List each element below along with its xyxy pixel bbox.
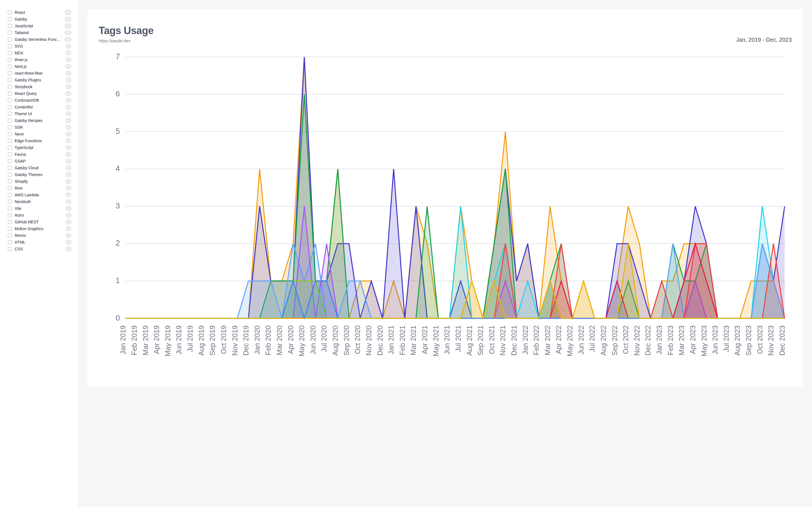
checkbox-icon[interactable]: [8, 139, 12, 143]
checkbox-icon[interactable]: [8, 98, 12, 102]
svg-text:Dec 2019: Dec 2019: [242, 325, 250, 355]
svg-text:May 2020: May 2020: [298, 325, 306, 356]
checkbox-icon[interactable]: [8, 119, 12, 122]
tag-item[interactable]: Shopify3: [8, 178, 71, 185]
tag-item[interactable]: Gatsby68: [8, 16, 71, 22]
tag-item[interactable]: three.js9: [8, 56, 71, 63]
tag-item[interactable]: Gatsby Recipes4: [8, 117, 71, 124]
tag-item[interactable]: react-three-fiber8: [8, 70, 71, 76]
svg-text:May 2022: May 2022: [566, 325, 574, 356]
tag-label: Rive: [15, 186, 63, 190]
tag-count-badge: 3: [66, 165, 71, 170]
tag-item[interactable]: CockroachDB6: [8, 97, 71, 104]
tag-item[interactable]: Edge Functions4: [8, 137, 71, 144]
tag-item[interactable]: Theme UI5: [8, 110, 71, 117]
checkbox-icon[interactable]: [8, 166, 12, 170]
tag-item[interactable]: Rive3: [8, 185, 71, 191]
tag-label: Gatsby Themes: [15, 172, 63, 177]
checkbox-icon[interactable]: [8, 24, 12, 28]
checkbox-icon[interactable]: [8, 179, 12, 183]
tag-item[interactable]: HTML2: [8, 239, 71, 245]
tag-item[interactable]: Storybook7: [8, 83, 71, 90]
tag-label: Gatsby Cloud: [15, 166, 63, 170]
svg-text:Oct 2022: Oct 2022: [622, 325, 629, 354]
tag-count-badge: 6: [66, 98, 71, 103]
checkbox-icon[interactable]: [8, 51, 12, 55]
tag-item[interactable]: Gatsby Themes3: [8, 171, 71, 178]
checkbox-icon[interactable]: [8, 152, 12, 156]
checkbox-icon[interactable]: [8, 17, 12, 21]
checkbox-icon[interactable]: [8, 112, 12, 116]
tag-item[interactable]: JavaScript37: [8, 22, 71, 29]
checkbox-icon[interactable]: [8, 200, 12, 204]
checkbox-icon[interactable]: [8, 193, 12, 197]
tag-item[interactable]: NextAuth3: [8, 198, 71, 205]
tag-item[interactable]: Neon4: [8, 131, 71, 137]
checkbox-icon[interactable]: [8, 92, 12, 96]
tag-item[interactable]: GitHub REST2: [8, 219, 71, 225]
checkbox-icon[interactable]: [8, 207, 12, 210]
svg-text:Jul 2022: Jul 2022: [588, 325, 596, 352]
checkbox-icon[interactable]: [8, 247, 12, 251]
tag-item[interactable]: Vite3: [8, 205, 71, 212]
tag-item[interactable]: GSAP3: [8, 158, 71, 165]
checkbox-icon[interactable]: [8, 173, 12, 177]
tag-item[interactable]: Gatsby Cloud3: [8, 165, 71, 171]
tag-count-badge: 2: [66, 240, 71, 245]
checkbox-icon[interactable]: [8, 38, 12, 41]
svg-text:Sep 2022: Sep 2022: [611, 325, 619, 355]
svg-text:Mar 2019: Mar 2019: [142, 325, 149, 355]
svg-text:Jun 2021: Jun 2021: [443, 325, 451, 354]
checkbox-icon[interactable]: [8, 186, 12, 190]
checkbox-icon[interactable]: [8, 31, 12, 35]
tag-item[interactable]: Gatsby Serverless Functions10: [8, 36, 71, 43]
tag-item[interactable]: MDX9: [8, 50, 71, 56]
checkbox-icon[interactable]: [8, 71, 12, 75]
tag-item[interactable]: AWS Lambda3: [8, 191, 71, 198]
tag-count-badge: 2: [66, 226, 71, 231]
checkbox-icon[interactable]: [8, 105, 12, 109]
svg-text:Mar 2020: Mar 2020: [275, 325, 283, 355]
checkbox-icon[interactable]: [8, 132, 12, 136]
svg-text:Apr 2019: Apr 2019: [153, 325, 160, 354]
checkbox-icon[interactable]: [8, 10, 12, 14]
tag-count-badge: 2: [66, 246, 71, 251]
tag-label: GitHub REST: [15, 220, 63, 224]
tag-label: Edge Functions: [15, 138, 63, 143]
checkbox-icon[interactable]: [8, 227, 12, 231]
checkbox-icon[interactable]: [8, 146, 12, 150]
checkbox-icon[interactable]: [8, 78, 12, 82]
checkbox-icon[interactable]: [8, 240, 12, 244]
svg-text:Apr 2022: Apr 2022: [555, 325, 563, 354]
tag-item[interactable]: Tailwind19: [8, 29, 71, 36]
checkbox-icon[interactable]: [8, 125, 12, 129]
checkbox-icon[interactable]: [8, 213, 12, 217]
tag-item[interactable]: CSS2: [8, 245, 71, 252]
tag-item[interactable]: Motion Graphics2: [8, 225, 71, 232]
svg-text:Sep 2021: Sep 2021: [476, 325, 485, 355]
svg-text:Jan 2021: Jan 2021: [387, 325, 395, 354]
tag-label: React: [15, 10, 62, 15]
checkbox-icon[interactable]: [8, 44, 12, 48]
tag-item[interactable]: React74: [8, 9, 71, 16]
checkbox-icon[interactable]: [8, 233, 12, 237]
checkbox-icon[interactable]: [8, 159, 12, 163]
tag-label: Vite: [15, 206, 63, 211]
tag-item[interactable]: Gatsby Plugins8: [8, 76, 71, 83]
tag-item[interactable]: Next.js9: [8, 63, 71, 70]
tag-item[interactable]: SVG9: [8, 43, 71, 50]
tag-item[interactable]: Contentful5: [8, 104, 71, 110]
tag-item[interactable]: React Query6: [8, 90, 71, 97]
tag-item[interactable]: TypeScript4: [8, 144, 71, 151]
tag-item[interactable]: Fauna3: [8, 151, 71, 158]
tag-label: JavaScript: [15, 24, 62, 28]
checkbox-icon[interactable]: [8, 64, 12, 68]
checkbox-icon[interactable]: [8, 220, 12, 224]
tag-item[interactable]: SSR4: [8, 124, 71, 131]
tag-item[interactable]: Astro3: [8, 212, 71, 219]
checkbox-icon[interactable]: [8, 85, 12, 89]
checkbox-icon[interactable]: [8, 58, 12, 62]
tag-label: Neon: [15, 132, 63, 136]
tag-item[interactable]: Remix2: [8, 232, 71, 239]
svg-text:Sep 2019: Sep 2019: [208, 325, 216, 355]
